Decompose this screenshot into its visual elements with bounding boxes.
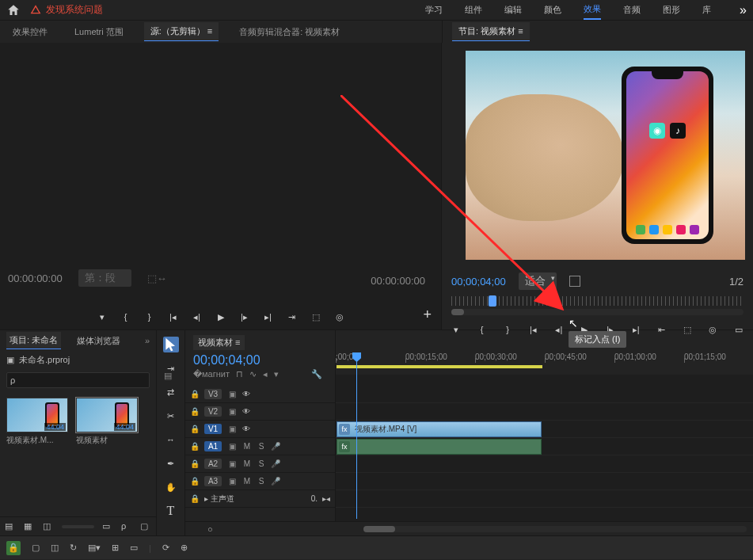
razor-tool[interactable]: ✂ xyxy=(163,408,179,424)
track-lanes[interactable]: fx 视频素材.MP4 [V] fx xyxy=(336,375,753,521)
work-area-bar[interactable] xyxy=(337,365,542,368)
program-panel-header: 节目: 视频素材 ≡ xyxy=(442,21,753,43)
source-transport: ▾ { } |◂ ◂| ▶ |▸ ▸| ⇥ ⬚ ◎ xyxy=(0,310,441,323)
go-to-out-button[interactable]: ▸| xyxy=(262,310,275,323)
source-tc-right: 00:00:00:00 xyxy=(371,275,425,287)
hand-tool[interactable]: ✋ xyxy=(163,479,179,495)
workspace-library[interactable]: 库 xyxy=(702,1,711,19)
track-head-a1[interactable]: 🔒A1▣MS🎤 xyxy=(185,438,335,455)
timeline-ruler[interactable]: ;00;0000;00;15;0000;00;30;0000;00;45;000… xyxy=(336,330,753,375)
workspace-overflow-icon[interactable]: » xyxy=(740,3,747,17)
pen-tool[interactable]: ✒ xyxy=(163,455,179,471)
workspace-assembly[interactable]: 组件 xyxy=(465,1,482,19)
program-timecode[interactable]: 00;00;04;00 xyxy=(451,276,506,288)
timeline-zoom-bar[interactable] xyxy=(363,526,747,532)
scrub-handle[interactable] xyxy=(489,295,496,307)
program-scroll-bar[interactable] xyxy=(451,309,743,315)
tab-project[interactable]: 项目: 未命名 xyxy=(6,332,61,349)
home-icon[interactable] xyxy=(6,3,21,17)
workspace-editing[interactable]: 编辑 xyxy=(504,1,522,19)
project-filename: 未命名.prproj xyxy=(19,354,70,366)
workspace-effects[interactable]: 效果 xyxy=(584,0,601,20)
track-head-a3[interactable]: 🔒A3▣MS🎤 xyxy=(185,473,335,490)
bs-icon-1[interactable]: ▢ xyxy=(32,543,40,553)
source-monitor: 00:00:00:00 第：段 ⬚↔ 00:00:00:00 ▾ { } |◂ … xyxy=(0,43,442,330)
playhead-line xyxy=(356,352,357,519)
freeform-view-icon[interactable]: ◫ xyxy=(43,521,54,532)
step-forward-button[interactable]: |▸ xyxy=(238,310,251,323)
tab-program[interactable]: 节目: 视频素材 ≡ xyxy=(452,22,530,41)
safe-margins-icon[interactable] xyxy=(569,276,580,287)
button-editor-icon[interactable]: + xyxy=(423,307,432,323)
search-filter-icon[interactable]: ▤ xyxy=(164,371,172,381)
project-search-input[interactable]: ρ xyxy=(6,372,150,388)
insert-button[interactable]: ⇥ xyxy=(286,310,299,323)
play-button[interactable]: ▶ xyxy=(215,310,227,323)
workspace-learn[interactable]: 学习 xyxy=(425,1,443,19)
workspace-tabs: 学习 组件 编辑 颜色 效果 音频 图形 库 » xyxy=(425,0,747,20)
source-timecode-row: 00:00:00:00 第：段 ⬚↔ xyxy=(8,269,167,287)
tab-source-noclip[interactable]: 源:（无剪辑） ≡ xyxy=(144,22,219,41)
go-to-in-button[interactable]: |◂ xyxy=(167,310,180,323)
tab-effect-controls[interactable]: 效果控件 xyxy=(6,23,54,41)
step-back-button[interactable]: ◂| xyxy=(191,310,203,323)
project-item-1[interactable]: 44:04 视频素材.M... xyxy=(6,398,68,446)
auto-sequence-icon[interactable]: ▭ xyxy=(102,521,113,532)
add-marker-button[interactable]: ▾ xyxy=(96,310,108,323)
mark-in-button[interactable]: { xyxy=(120,310,132,323)
ruler-tick: 00;01;15;00 xyxy=(684,352,726,361)
new-bin-icon[interactable]: ▢ xyxy=(140,521,151,532)
search-icon: ρ xyxy=(10,375,15,385)
tools-panel: ⇥ ⇄ ✂ ↔ ✒ ✋ T xyxy=(157,330,185,535)
ripple-edit-tool[interactable]: ⇄ xyxy=(163,384,179,400)
panel-menu-icon[interactable]: » xyxy=(145,336,150,345)
zoom-slider[interactable] xyxy=(62,525,94,528)
program-scrub-bar[interactable] xyxy=(451,296,743,306)
list-view-icon[interactable]: ▤ xyxy=(5,521,16,532)
video-clip[interactable]: fx 视频素材.MP4 [V] xyxy=(337,421,542,437)
workspace-audio[interactable]: 音频 xyxy=(623,1,641,19)
warning-icon xyxy=(30,4,41,17)
overwrite-button[interactable]: ⬚ xyxy=(310,310,322,323)
sequence-tab[interactable]: 视频素材 ≡ xyxy=(193,335,245,350)
workspace-color[interactable]: 颜色 xyxy=(544,1,561,19)
icon-view-icon[interactable]: ▦ xyxy=(24,521,35,532)
system-issue-label[interactable]: 发现系统问题 xyxy=(46,3,103,17)
selection-tool[interactable] xyxy=(163,337,179,352)
find-icon[interactable]: ρ xyxy=(121,521,132,532)
sequence-timecode[interactable]: 00;00;04;00 xyxy=(193,353,327,368)
source-tc-left[interactable]: 00:00:00:00 xyxy=(8,272,63,284)
bs-icon-3[interactable]: ↻ xyxy=(70,543,77,553)
project-item-2[interactable]: 44:04 视频素材 xyxy=(76,398,138,446)
track-head-v3[interactable]: 🔒V3▣👁 xyxy=(185,386,335,403)
resolution-fraction[interactable]: 1/2 xyxy=(729,276,743,288)
bs-icon-4[interactable]: ▤▾ xyxy=(88,543,101,553)
lock-icon[interactable]: 🔒 xyxy=(6,541,21,555)
ruler-tick: 00;00;45;00 xyxy=(545,352,587,361)
track-head-v2[interactable]: 🔒V2▣👁 xyxy=(185,403,335,421)
bs-icon-8[interactable]: ⊕ xyxy=(181,543,188,553)
bs-icon-5[interactable]: ⊞ xyxy=(112,543,119,553)
track-head-v1[interactable]: 🔒V1▣👁 xyxy=(185,421,335,438)
type-tool[interactable]: T xyxy=(163,503,179,519)
bs-icon-divider: | xyxy=(149,543,151,553)
tab-lumetri[interactable]: Lumetri 范围 xyxy=(68,23,130,41)
slip-tool[interactable]: ↔ xyxy=(163,432,179,448)
bs-icon-2[interactable]: ◫ xyxy=(51,543,59,553)
program-video-frame: ◉ ♪ xyxy=(466,51,745,260)
tab-audio-clip-mixer[interactable]: 音频剪辑混合器: 视频素材 xyxy=(233,23,346,41)
source-fragment-select[interactable]: 第：段 xyxy=(78,269,131,287)
bs-icon-6[interactable]: ▭ xyxy=(130,543,138,553)
track-head-master[interactable]: 🔒主声道0.▸◂ xyxy=(185,490,335,508)
project-footer: ▤ ▦ ◫ ▭ ρ ▢ xyxy=(0,516,156,535)
workspace-graphics[interactable]: 图形 xyxy=(663,1,680,19)
bs-icon-7[interactable]: ⟳ xyxy=(162,543,169,553)
zoom-fit-select[interactable]: 适合 xyxy=(519,272,557,290)
audio-clip[interactable]: fx xyxy=(337,439,542,455)
track-head-a2[interactable]: 🔒A2▣MS🎤 xyxy=(185,455,335,473)
mark-out-button[interactable]: } xyxy=(143,310,156,323)
tl-circle-icon[interactable]: ○ xyxy=(207,524,213,534)
link-icon[interactable]: ⬚↔ xyxy=(147,272,167,284)
export-frame-button[interactable]: ◎ xyxy=(333,310,346,323)
tab-media-browser[interactable]: 媒体浏览器 xyxy=(74,333,124,349)
